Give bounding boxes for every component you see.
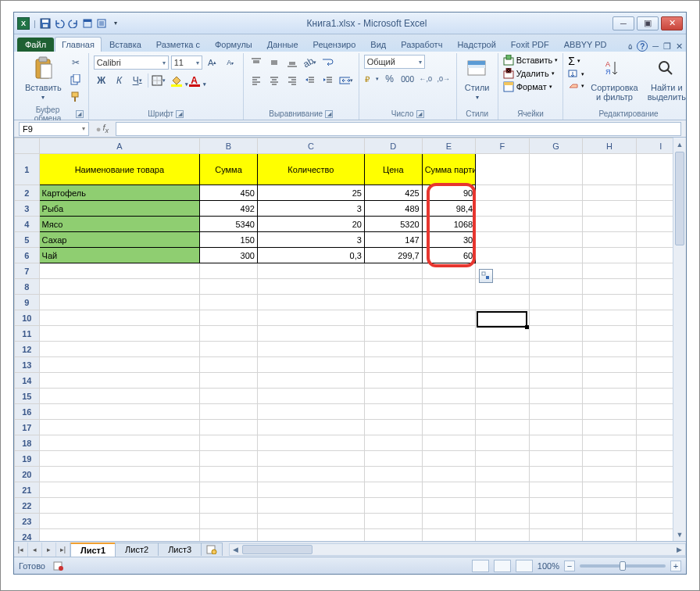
tab-layout[interactable]: Разметка с [149,37,207,52]
qat-item-icon[interactable] [96,18,107,29]
cell[interactable] [39,373,200,389]
sheet-nav-prev-icon[interactable]: ◂ [28,543,42,557]
column-header[interactable]: G [529,138,583,154]
cell[interactable] [200,295,258,310]
row-header[interactable]: 16 [15,404,40,420]
cell[interactable] [529,154,583,185]
redo-icon[interactable] [68,18,79,29]
column-header[interactable]: A [39,138,200,154]
cell[interactable] [364,498,422,514]
cell[interactable] [583,482,637,498]
cell[interactable] [583,248,637,263]
increase-decimal-icon[interactable]: ←,0 [418,71,434,87]
cell[interactable] [476,373,530,389]
zoom-out-button[interactable]: − [564,561,575,571]
cell[interactable] [583,279,637,295]
table-header-cell[interactable]: Сумма [200,154,258,185]
fill-button[interactable]: ▾ [568,70,584,79]
column-header[interactable]: C [257,138,364,154]
cell[interactable] [200,482,258,498]
row-header[interactable]: 10 [15,310,40,326]
table-header-cell[interactable]: Сумма партии [422,154,476,185]
cell[interactable] [476,404,530,420]
tab-home[interactable]: Главная [55,37,102,52]
cell[interactable]: 3 [257,232,364,248]
scroll-thumb[interactable] [675,152,684,245]
cell[interactable]: 425 [364,185,422,201]
cell[interactable] [422,529,476,542]
table-header-cell[interactable]: Цена [364,154,422,185]
scroll-down-icon[interactable]: ▼ [673,528,686,541]
cell[interactable] [257,279,364,295]
decrease-decimal-icon[interactable]: ,0→ [436,71,452,87]
macro-record-icon[interactable] [53,561,64,571]
cell[interactable]: 5340 [200,217,258,232]
cell[interactable] [364,326,422,342]
cell[interactable] [529,373,583,389]
cell[interactable] [257,529,364,542]
cell[interactable] [476,295,530,310]
new-sheet-icon[interactable] [201,543,223,556]
cell[interactable] [422,342,476,357]
spreadsheet-grid[interactable]: ABCDEFGHI1Наименование товараСуммаКоличе… [14,138,686,541]
cell[interactable] [200,389,258,404]
font-size-combo[interactable]: 11▾ [171,56,202,70]
cell[interactable] [257,263,364,279]
cell[interactable]: 60 [422,248,476,263]
row-header[interactable]: 18 [15,435,40,451]
copy-icon[interactable] [68,72,84,88]
cell[interactable] [422,451,476,467]
cell[interactable] [476,217,530,232]
cell-styles-button[interactable]: Стили ▾ [462,55,493,102]
cell[interactable] [583,498,637,514]
cell[interactable] [39,310,200,326]
cell[interactable]: Рыба [39,201,200,217]
column-header[interactable]: H [583,138,637,154]
cell[interactable] [583,217,637,232]
cell[interactable] [476,357,530,373]
cell[interactable] [257,467,364,482]
cell[interactable]: 98,4 [422,201,476,217]
font-color-icon[interactable]: A▾ [187,73,202,88]
cell[interactable] [529,435,583,451]
tab-view[interactable]: Вид [363,37,393,52]
merge-icon[interactable]: ▾ [338,73,354,88]
cell[interactable] [200,420,258,435]
zoom-in-button[interactable]: + [670,561,681,571]
horizontal-scrollbar[interactable]: ◀ ▶ [229,543,686,556]
currency-icon[interactable]: ₽▾ [364,71,380,87]
cell[interactable] [583,373,637,389]
cell[interactable] [583,295,637,310]
row-header[interactable]: 15 [15,389,40,404]
cell[interactable] [583,357,637,373]
cell[interactable] [364,279,422,295]
row-header[interactable]: 8 [15,279,40,295]
cell[interactable]: 147 [364,232,422,248]
grow-font-icon[interactable]: A▴ [205,55,220,70]
decrease-indent-icon[interactable] [302,73,318,88]
cell[interactable]: 492 [200,201,258,217]
cell[interactable] [583,201,637,217]
ribbon-minimize-icon[interactable]: ۵ [628,42,632,51]
cell[interactable] [422,263,476,279]
cell[interactable] [39,295,200,310]
cell[interactable] [529,310,583,326]
cell[interactable] [200,310,258,326]
shrink-font-icon[interactable]: A▾ [223,55,238,70]
cell[interactable] [583,389,637,404]
cell[interactable] [422,357,476,373]
cell[interactable] [529,326,583,342]
row-header[interactable]: 13 [15,357,40,373]
view-layout-icon[interactable] [494,560,511,572]
row-header[interactable]: 2 [15,185,40,201]
cell[interactable] [364,404,422,420]
cell[interactable] [39,404,200,420]
row-header[interactable]: 20 [15,467,40,482]
row-header[interactable]: 5 [15,232,40,248]
cell[interactable]: 5320 [364,217,422,232]
cell[interactable] [39,451,200,467]
cell[interactable] [583,326,637,342]
increase-indent-icon[interactable] [320,73,336,88]
file-tab[interactable]: Файл [17,38,54,52]
scroll-left-icon[interactable]: ◀ [230,544,241,555]
